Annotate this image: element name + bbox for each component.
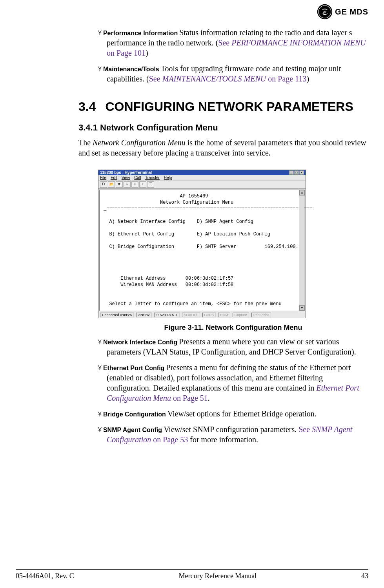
menu-call[interactable]: Call bbox=[134, 175, 141, 180]
bullet-marker: ¥ bbox=[98, 66, 102, 72]
bullet-label: Maintenance/Tools bbox=[103, 66, 159, 72]
menu-item-f: F) SNTP Server bbox=[197, 244, 237, 250]
menubar: File Edit View Call Transfer Help bbox=[98, 175, 306, 181]
text-fragment: ) bbox=[146, 49, 148, 57]
text-fragment: See bbox=[149, 74, 162, 83]
subsection-number: 3.4.1 bbox=[78, 123, 98, 132]
text-fragment: on Page 51 bbox=[171, 394, 208, 402]
bullet-maintenance-tools: ¥ Maintenance/Tools Tools for upgrading … bbox=[98, 63, 368, 84]
eth-value: 00:06:3d:02:1f:57 bbox=[186, 276, 233, 281]
status-printecho: Print echo bbox=[251, 313, 271, 317]
text-fragment: View/set SNMP configuration parameters. bbox=[164, 425, 298, 434]
bullet-label: Performance Information bbox=[103, 30, 178, 36]
status-caps: CAPS bbox=[202, 313, 216, 317]
toolbar-new-icon[interactable]: 🗋 bbox=[100, 181, 107, 188]
bullet-marker: ¥ bbox=[98, 30, 102, 36]
maximize-button[interactable]: □ bbox=[294, 170, 299, 175]
menu-item-c: C) Bridge Configuration bbox=[109, 244, 174, 250]
terminal-content: AP_1655469 Network Configuration Menu _=… bbox=[104, 193, 300, 307]
footer-title: Mercury Reference Manual bbox=[178, 572, 257, 580]
close-button[interactable]: × bbox=[299, 170, 304, 175]
menu-help[interactable]: Help bbox=[164, 175, 172, 180]
hyperterminal-window: 115200 bps - HyperTerminal _ □ × File Ed… bbox=[98, 170, 306, 318]
subsection-heading: 3.4.1 Network Configuration Menu bbox=[78, 123, 368, 133]
toolbar-receive-icon[interactable]: ⇧ bbox=[139, 181, 146, 188]
text-fragment: for more information. bbox=[188, 435, 258, 444]
intro-paragraph: The Network Configuration Menu is the ho… bbox=[78, 138, 368, 158]
window-controls: _ □ × bbox=[289, 170, 304, 175]
terminal-body[interactable]: AP_1655469 Network Configuration Menu _=… bbox=[99, 190, 305, 311]
scroll-up-icon[interactable]: ▲ bbox=[299, 190, 305, 195]
minimize-button[interactable]: _ bbox=[289, 170, 294, 175]
figure-terminal: 115200 bps - HyperTerminal _ □ × File Ed… bbox=[98, 170, 306, 318]
ge-logo-icon: ge bbox=[317, 4, 333, 20]
bullet-marker: ¥ bbox=[98, 411, 102, 418]
toolbar-call-icon[interactable]: ☎ bbox=[116, 181, 123, 188]
bullet-marker: ¥ bbox=[98, 427, 102, 433]
svg-text:ge: ge bbox=[323, 10, 326, 14]
menu-edit[interactable]: Edit bbox=[111, 175, 117, 180]
statusbar: Connected 0:09:26 ANSIW 115200 8-N-1 SCR… bbox=[98, 312, 306, 318]
section-number: 3.4 bbox=[78, 100, 96, 114]
page-header: ge GE MDS bbox=[317, 4, 368, 20]
text-fragment: on Page 113 bbox=[266, 74, 306, 83]
figure-caption: Figure 3-11. Network Configuration Menu bbox=[98, 324, 368, 332]
menu-file[interactable]: File bbox=[100, 175, 106, 180]
section-heading: 3.4CONFIGURING NETWORK PARAMETERS bbox=[78, 100, 368, 114]
text-fragment: The bbox=[78, 138, 93, 147]
status-scroll: SCROLL bbox=[182, 313, 200, 317]
scroll-down-icon[interactable]: ▼ bbox=[299, 305, 305, 311]
toolbar-send-icon[interactable]: ⇩ bbox=[131, 181, 138, 188]
footer-page-number: 43 bbox=[361, 572, 368, 580]
brand-text: GE MDS bbox=[335, 7, 368, 16]
status-connected: Connected 0:09:26 bbox=[100, 313, 134, 317]
bullet-label: SNMP Agent Config bbox=[103, 427, 162, 433]
sntp-value: 169.254.100.1 bbox=[265, 244, 302, 250]
window-titlebar: 115200 bps - HyperTerminal _ □ × bbox=[98, 170, 306, 175]
xref-link[interactable]: See MAINTENANCE/TOOLS MENU on Page 113 bbox=[149, 74, 307, 83]
subsection-title: Network Configuration Menu bbox=[100, 123, 218, 132]
menu-heading: Network Configuration Menu bbox=[160, 200, 233, 205]
bullet-marker: ¥ bbox=[98, 365, 102, 371]
menu-item-b: B) Ethernet Port Config bbox=[109, 232, 174, 237]
bullet-label: Ethernet Port Config bbox=[103, 365, 164, 371]
scrollbar[interactable]: ▲ ▼ bbox=[299, 190, 304, 311]
bullet-label: Bridge Configuration bbox=[103, 411, 166, 418]
footer-docid: 05-4446A01, Rev. C bbox=[16, 572, 74, 580]
link-title: MAINTENANCE/TOOLS MENU bbox=[162, 74, 266, 83]
bullet-snmp-agent: ¥ SNMP Agent Config View/set SNMP config… bbox=[98, 424, 368, 445]
wman-value: 00:06:3d:02:1f:58 bbox=[186, 282, 233, 288]
text-fragment: ) bbox=[306, 74, 309, 83]
window-title: 115200 bps - HyperTerminal bbox=[100, 170, 152, 175]
status-capture: Capture bbox=[233, 313, 249, 317]
bullet-marker: ¥ bbox=[98, 339, 102, 346]
text-fragment: See bbox=[218, 38, 231, 47]
eth-label: Ethernet Address bbox=[120, 276, 166, 281]
wman-label: Wireless MAN Address bbox=[120, 282, 177, 288]
toolbar-hangup-icon[interactable]: ☏ bbox=[124, 181, 131, 188]
status-num: NUM bbox=[218, 313, 230, 317]
status-emulation: ANSIW bbox=[136, 313, 152, 317]
menu-view[interactable]: View bbox=[122, 175, 130, 180]
bullet-performance-info: ¥ Performance Information Status informa… bbox=[98, 27, 368, 58]
toolbar: 🗋 📂 ☎ ☏ ⇩ ⇧ ☰ bbox=[98, 181, 306, 189]
bullet-bridge-config: ¥ Bridge Configuration View/set options … bbox=[98, 409, 368, 419]
toolbar-open-icon[interactable]: 📂 bbox=[108, 181, 115, 188]
menu-item-d: D) SNMP Agent Config bbox=[197, 219, 253, 224]
toolbar-properties-icon[interactable]: ☰ bbox=[147, 181, 154, 188]
text-emphasis: Network Configuration Menu bbox=[93, 138, 186, 147]
ap-id: AP_1655469 bbox=[180, 194, 208, 199]
text-fragment: on Page 53 bbox=[151, 435, 188, 444]
bullet-network-interface: ¥ Network Interface Config Presents a me… bbox=[98, 337, 368, 357]
terminal-prompt: Select a letter to configure an item, <E… bbox=[109, 301, 281, 307]
section-title: CONFIGURING NETWORK PARAMETERS bbox=[105, 100, 353, 114]
link-title: PERFORMANCE INFORMATION MENU bbox=[231, 38, 366, 47]
text-fragment: . bbox=[208, 394, 210, 402]
text-fragment: on Page 101 bbox=[107, 49, 146, 57]
bullet-label: Network Interface Config bbox=[103, 339, 177, 346]
bullet-text: View/set options for Ethernet Bridge ope… bbox=[167, 409, 317, 418]
text-fragment: See bbox=[298, 425, 312, 434]
menu-transfer[interactable]: Transfer bbox=[145, 175, 160, 180]
page-footer: 05-4446A01, Rev. C Mercury Reference Man… bbox=[16, 569, 368, 580]
menu-item-e: E) AP Location Push Config bbox=[197, 232, 270, 237]
